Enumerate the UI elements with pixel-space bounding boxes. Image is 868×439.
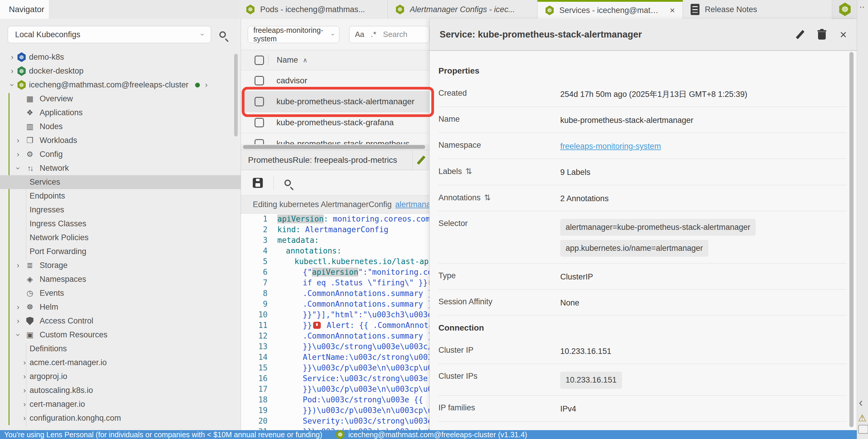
sidebar-item-custom-resources[interactable]: ›▣Custom Resources (0, 328, 241, 342)
tab-pods-icecheng-mathmas[interactable]: ☸Pods - icecheng@mathmas... (238, 0, 388, 19)
sidebar-item-network[interactable]: ›↑↓Network (0, 161, 241, 175)
sidebar-item-helm[interactable]: ›☸Helm (0, 300, 241, 314)
sidebar-item-acme-cert-manager-io[interactable]: ›acme.cert-manager.io (0, 356, 241, 370)
sort-asc-icon[interactable]: ∧ (303, 57, 307, 64)
sort-toggle-icon[interactable]: ⇅ (484, 193, 491, 202)
code-line-14[interactable]: 14AlertName:\u003c/strong\u003e (241, 352, 429, 363)
table-row-kube-prometheus-stack-grafana[interactable]: kube-prometheus-stack-grafana (241, 112, 429, 133)
code-line-5[interactable]: 5kubectl.kubernetes.io/last-appli (241, 256, 429, 267)
chevron-right-icon[interactable]: › (20, 358, 30, 367)
code-line-7[interactable]: 7if eq .Status \"firing\" }} (241, 277, 429, 288)
code-line-8[interactable]: 8.CommonAnnotations.summary }} (241, 288, 429, 299)
chevron-right-icon[interactable]: › (13, 316, 23, 326)
code-line-2[interactable]: 2kind: AlertmanagerConfig (241, 224, 429, 235)
edit-resource-button[interactable] (413, 155, 429, 165)
row-checkbox[interactable] (254, 118, 264, 127)
tab-release-notes[interactable]: Release Notes (683, 0, 832, 19)
code-line-10[interactable]: 10}}"}],"html":"\u003ch3\u003e\u (241, 309, 429, 320)
code-line-16[interactable]: 16Service:\u003c/strong\u003e { (241, 373, 429, 384)
active-cluster-status[interactable]: ☸ icecheng@mathmast.com@freeleaps-cluste… (336, 430, 527, 439)
chevron-right-icon[interactable]: › (205, 80, 208, 90)
sidebar-item-access-control[interactable]: ›Access Control (0, 314, 241, 328)
sidebar-item-storage[interactable]: ›≣Storage (0, 259, 241, 272)
code-line-1[interactable]: 1apiVersion: monitoring.coreos.com/v1 (241, 213, 429, 224)
sidebar-item-configuration-konghq-com[interactable]: ›configuration.konghq.com (0, 411, 241, 425)
chevron-down-icon[interactable]: › (8, 80, 17, 90)
sidebar-item-endpoints[interactable]: Endpoints (0, 189, 241, 203)
namespace-select[interactable]: freeleaps-monitoring-system › (248, 26, 339, 43)
collapse-chevron-icon[interactable]: ‹ (859, 396, 863, 409)
chevron-right-icon[interactable]: › (13, 261, 23, 270)
sidebar-item-port-forwarding[interactable]: Port Forwarding (0, 245, 241, 259)
search-icon[interactable] (284, 180, 291, 186)
table-row-kube-prometheus-stack-alertmanager[interactable]: kube-prometheus-stack-alertmanager (241, 91, 429, 112)
namespace-link[interactable]: freeleaps-monitoring-system (560, 142, 661, 151)
close-icon[interactable]: × (840, 29, 847, 40)
chevron-right-icon[interactable]: › (7, 53, 17, 62)
editing-resource-link[interactable]: alertmanager (395, 200, 429, 209)
delete-icon[interactable] (817, 30, 826, 40)
code-line-15[interactable]: 15}}\u003c/p\u003e\n\u003cp\u003 (241, 363, 429, 373)
horizontal-scrollbar-thumb[interactable] (243, 145, 425, 149)
code-line-17[interactable]: 17}}\u003c/p\u003e\n\u003cp\u003 (241, 384, 429, 394)
chevron-right-icon[interactable]: › (13, 150, 23, 159)
sidebar-item-services[interactable]: Services (0, 175, 241, 189)
chevron-down-icon[interactable]: › (13, 163, 23, 173)
select-all-checkbox[interactable] (254, 56, 264, 65)
sidebar-item-overview[interactable]: ▦Overview (0, 92, 241, 106)
regex-icon[interactable]: .* (371, 30, 376, 39)
sidebar-item-network-policies[interactable]: Network Policies (0, 231, 241, 245)
tab-services-icecheng-math[interactable]: ☸Services - icecheng@math...× (537, 0, 683, 19)
sidebar-item-namespaces[interactable]: ◈Namespaces (0, 272, 241, 286)
sidebar-item-applications[interactable]: ❖Applications (0, 106, 241, 120)
chevron-right-icon[interactable]: › (20, 400, 30, 409)
code-line-20[interactable]: 20Severity:\u003c/strong\u003e (241, 416, 429, 426)
row-checkbox[interactable] (254, 76, 264, 86)
table-row-cadvisor[interactable]: cadvisor (241, 70, 429, 91)
search-box[interactable]: Aa .* Search (349, 26, 429, 43)
search-icon[interactable] (219, 31, 226, 38)
sidebar-item-docker-desktop[interactable]: ›☸docker-desktop (0, 64, 241, 78)
sidebar-item-ingress-classes[interactable]: Ingress Classes (0, 217, 241, 231)
sidebar-scrollbar[interactable] (234, 54, 238, 136)
sort-toggle-icon[interactable]: ⇅ (466, 167, 472, 176)
code-line-19[interactable]: 19}})\u003c/p\u003e\n\u003cp\u00 (241, 405, 429, 416)
code-line-9[interactable]: 9.CommonAnnotations.summary }} (241, 299, 429, 309)
save-icon[interactable] (253, 178, 263, 188)
sidebar-item-definitions[interactable]: Definitions (0, 342, 241, 356)
chevron-right-icon[interactable]: › (13, 303, 23, 312)
warning-icon[interactable]: ⚠ (858, 412, 867, 424)
sidebar-item-workloads[interactable]: ›❒Workloads (0, 134, 241, 147)
code-line-13[interactable]: 13}}\u003c/strong\u003e\u003c/h3 (241, 341, 429, 352)
sidebar-item-nodes[interactable]: ▥Nodes (0, 120, 241, 134)
sidebar-item-cert-manager-io[interactable]: ›cert-manager.io (0, 397, 241, 411)
sidebar-item-config[interactable]: ›⚙Config (0, 147, 241, 161)
tab-alertmanager-configs-icec[interactable]: ☸Alertmanager Configs - icec... (388, 0, 537, 19)
column-name[interactable]: Name (277, 56, 298, 65)
chevron-right-icon[interactable]: › (20, 386, 30, 395)
row-checkbox[interactable] (254, 97, 264, 106)
chevron-right-icon[interactable]: › (7, 66, 17, 76)
detail-scrollbar[interactable] (849, 52, 854, 427)
navigator-tab[interactable]: Navigator (0, 0, 49, 19)
chevron-right-icon[interactable]: › (20, 372, 30, 381)
chevron-down-icon[interactable]: › (13, 330, 23, 340)
partial-tab[interactable]: ☸ (839, 0, 851, 19)
code-line-4[interactable]: 4annotations: (241, 245, 429, 256)
kubeconfig-select[interactable]: Local Kubeconfigs › (8, 26, 211, 43)
sidebar-item-icecheng-mathmast-com-freeleaps-cluster[interactable]: ›☸icecheng@mathmast.com@freeleaps-cluste… (0, 78, 241, 92)
yaml-editor[interactable]: 1apiVersion: monitoring.coreos.com/v12ki… (241, 213, 429, 430)
match-case-icon[interactable]: Aa (355, 30, 364, 39)
code-line-18[interactable]: 18Pod:\u003c/strong\u003e {{ .Co (241, 394, 429, 405)
code-line-12[interactable]: 12.CommonAnnotations.summary }} (241, 331, 429, 341)
services-row-partial[interactable]: kube-prometheus-stack-prometheus (241, 133, 429, 144)
chevron-right-icon[interactable]: › (20, 414, 30, 423)
sidebar-item-ingresses[interactable]: Ingresses (0, 203, 241, 217)
sidebar-item-events[interactable]: ◷Events (0, 286, 241, 300)
row-checkbox[interactable] (254, 139, 264, 144)
more-menu-icon[interactable]: ‥ (860, 1, 865, 10)
edit-icon[interactable] (796, 30, 804, 39)
chevron-right-icon[interactable]: › (13, 136, 23, 145)
sidebar-item-autoscaling-k8s-io[interactable]: ›autoscaling.k8s.io (0, 383, 241, 397)
close-icon[interactable]: × (670, 5, 675, 15)
